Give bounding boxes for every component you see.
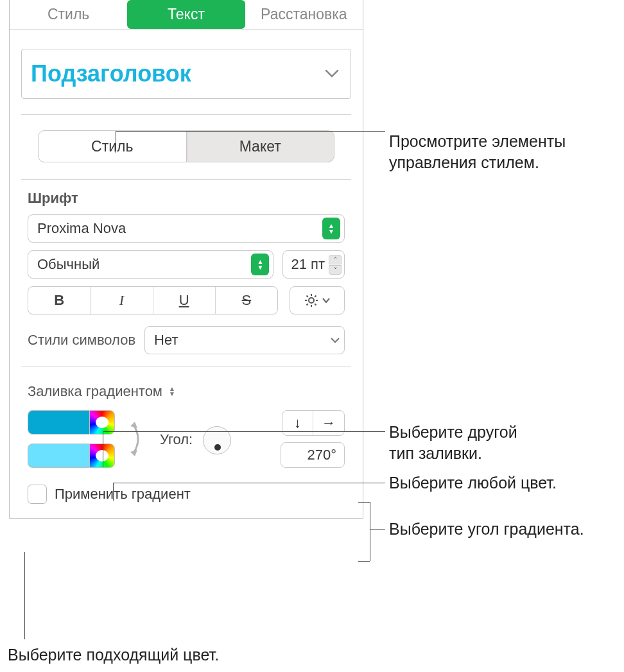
callout-text: Выберите подходящий цвет. xyxy=(8,644,219,666)
underline-button[interactable]: U xyxy=(153,287,216,314)
gradient-color-2-swatch[interactable] xyxy=(28,444,89,468)
callout-line xyxy=(358,561,370,562)
paragraph-style-dropdown[interactable]: Подзаголовок xyxy=(21,49,351,99)
callout-line xyxy=(116,131,385,132)
tab-arrange[interactable]: Расстановка xyxy=(245,0,363,29)
fill-type-select[interactable]: Заливка градиентом ▲▼ xyxy=(10,366,363,410)
callout-text: Выберите другойтип заливки. xyxy=(389,422,517,463)
advanced-gear-button[interactable] xyxy=(290,286,345,314)
gradient-direction-buttons: ↓ → xyxy=(282,410,345,436)
format-panel: Стиль Текст Расстановка Подзаголовок Сти… xyxy=(9,0,363,519)
svg-line-5 xyxy=(307,296,308,297)
callout-line xyxy=(103,431,103,467)
apply-gradient-checkbox[interactable] xyxy=(28,485,47,504)
size-step-down[interactable]: ˅ xyxy=(329,265,342,275)
gear-icon xyxy=(304,293,319,308)
svg-point-0 xyxy=(309,298,314,303)
apply-gradient-label: Применить градиент xyxy=(55,486,191,503)
callout-line xyxy=(370,502,370,561)
callout-line xyxy=(116,131,116,153)
callout-text: Выберите угол градиента. xyxy=(389,519,584,540)
angle-value: 270° xyxy=(307,447,336,463)
font-size-stepper: ˄ ˅ xyxy=(329,255,342,275)
char-styles-label: Стили символов xyxy=(28,332,135,349)
gradient-colors xyxy=(28,410,115,468)
style-layout-segmented: Стиль Макет xyxy=(38,130,334,162)
font-weight-value: Обычный xyxy=(37,256,100,273)
font-weight-select[interactable]: Обычный ▲▼ xyxy=(28,250,273,279)
tab-text[interactable]: Текст xyxy=(127,0,245,29)
size-step-up[interactable]: ˄ xyxy=(329,255,342,264)
callout-line xyxy=(103,431,385,432)
callout-text: Выберите любой цвет. xyxy=(389,472,557,494)
font-family-select[interactable]: Proxima Nova ▲▼ xyxy=(28,214,345,243)
chevron-down-icon xyxy=(322,297,331,304)
updown-icon: ▲▼ xyxy=(251,254,269,275)
fill-type-value: Заливка градиентом xyxy=(28,383,162,400)
angle-input[interactable]: 270° xyxy=(281,442,345,468)
chevron-down-icon xyxy=(325,65,339,82)
angle-label: Угол: xyxy=(160,431,193,448)
seg-layout[interactable]: Макет xyxy=(187,131,334,162)
callout-text: Просмотрите элементыуправления стилем. xyxy=(389,131,566,173)
swap-colors-button[interactable] xyxy=(126,410,148,468)
callout-line xyxy=(24,552,25,639)
font-size-value: 21 пт xyxy=(291,256,325,273)
callout-line xyxy=(113,483,114,501)
chevron-down-icon xyxy=(330,334,340,346)
char-styles-select[interactable]: Нет xyxy=(144,326,345,354)
paragraph-style-name: Подзаголовок xyxy=(31,60,191,87)
font-size-field[interactable]: 21 пт ˄ ˅ xyxy=(282,250,345,279)
italic-button[interactable]: I xyxy=(91,287,153,314)
font-family-value: Proxima Nova xyxy=(37,220,126,237)
svg-line-6 xyxy=(315,304,316,305)
tab-style[interactable]: Стиль xyxy=(10,0,127,29)
font-section-label: Шрифт xyxy=(10,180,363,214)
top-tabs: Стиль Текст Расстановка xyxy=(10,0,363,30)
callout-line xyxy=(113,483,385,483)
bold-button[interactable]: B xyxy=(28,287,91,314)
text-style-group: B I U S xyxy=(28,286,278,314)
svg-line-7 xyxy=(307,304,308,305)
strike-button[interactable]: S xyxy=(216,287,277,314)
seg-style[interactable]: Стиль xyxy=(39,131,187,162)
gradient-color-1-swatch[interactable] xyxy=(28,410,89,435)
updown-icon: ▲▼ xyxy=(322,218,340,239)
angle-dial[interactable] xyxy=(203,426,231,454)
color-wheel-2[interactable] xyxy=(89,444,115,468)
updown-icon: ▲▼ xyxy=(169,386,175,397)
callout-line xyxy=(358,502,370,503)
svg-line-8 xyxy=(315,296,316,297)
char-styles-value: Нет xyxy=(154,332,178,349)
callout-line xyxy=(370,529,385,530)
